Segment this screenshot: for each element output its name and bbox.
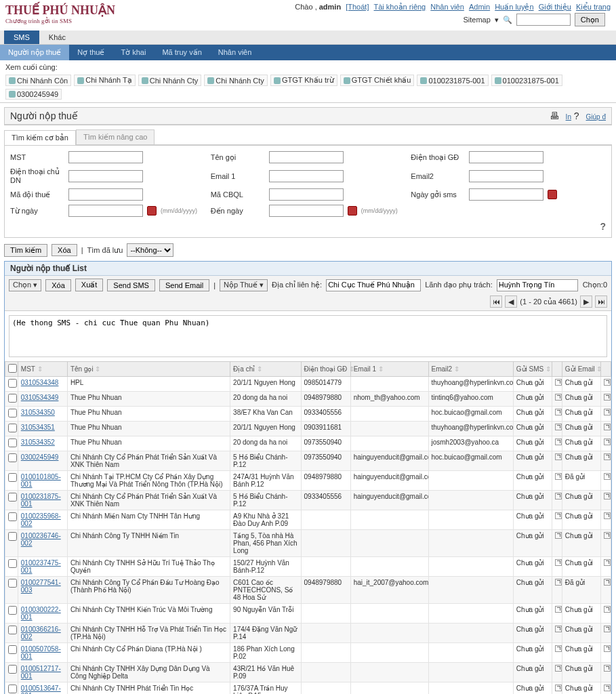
top-link[interactable]: Kiểu trang xyxy=(576,3,611,11)
row-checkbox[interactable] xyxy=(8,579,17,588)
send-email-button[interactable]: Send Email xyxy=(159,279,209,291)
sub-tab-1[interactable]: Nợ thuế xyxy=(69,45,112,60)
recent-item[interactable]: Chi Nhánh Tạ xyxy=(74,75,136,86)
denngay-input[interactable] xyxy=(269,205,344,217)
row-checkbox[interactable] xyxy=(8,438,17,447)
open-icon[interactable] xyxy=(555,665,562,672)
pager-prev[interactable]: ◀ xyxy=(505,295,517,308)
open-icon[interactable] xyxy=(604,559,611,566)
recent-item[interactable]: GTGT Chiết khấu xyxy=(340,75,415,86)
sitemap-label[interactable]: Sitemap xyxy=(463,16,490,24)
open-icon[interactable] xyxy=(555,559,562,566)
top-link[interactable]: Tài khoản riêng xyxy=(374,3,426,11)
delete-button[interactable]: Xóa xyxy=(45,279,71,291)
row-checkbox[interactable] xyxy=(8,665,17,674)
calendar-icon[interactable] xyxy=(147,206,157,216)
row-checkbox[interactable] xyxy=(8,559,17,568)
col-7[interactable]: Gửi Email ⇕ xyxy=(562,362,600,377)
row-checkbox[interactable] xyxy=(8,409,17,417)
mst-link[interactable]: 310534350 xyxy=(21,409,55,416)
open-icon[interactable] xyxy=(604,424,611,430)
top-link[interactable]: Huấn luyện xyxy=(495,3,533,11)
open-icon[interactable] xyxy=(604,493,611,499)
row-checkbox[interactable] xyxy=(8,493,17,502)
mst-link[interactable]: 0100507058-001 xyxy=(21,645,61,660)
dtcdn-input[interactable] xyxy=(68,170,143,182)
open-icon[interactable] xyxy=(555,424,562,430)
row-checkbox[interactable] xyxy=(8,379,17,388)
sub-tab-0[interactable]: Người nộp thuế xyxy=(0,45,69,60)
ngaygoi-input[interactable] xyxy=(469,188,543,201)
open-icon[interactable] xyxy=(555,379,562,386)
global-search-input[interactable] xyxy=(516,14,571,26)
main-tab-1[interactable]: Khác xyxy=(39,30,75,44)
open-icon[interactable] xyxy=(604,685,611,691)
row-checkbox[interactable] xyxy=(8,532,17,541)
open-icon[interactable] xyxy=(555,473,562,480)
open-icon[interactable] xyxy=(604,394,611,401)
clear-button[interactable]: Xóa xyxy=(52,244,77,256)
mst-link[interactable]: 0100237475-001 xyxy=(21,559,61,574)
mst-link[interactable]: 0100366216-002 xyxy=(21,626,61,640)
open-icon[interactable] xyxy=(604,532,611,539)
tab-search-basic[interactable]: Tìm kiếm cơ bản xyxy=(4,130,76,145)
pager-last[interactable]: ⏭ xyxy=(595,295,607,308)
mst-input[interactable] xyxy=(68,151,143,163)
leader-input[interactable] xyxy=(497,279,578,291)
row-checkbox[interactable] xyxy=(8,645,17,654)
row-checkbox[interactable] xyxy=(8,685,17,693)
open-icon[interactable] xyxy=(555,453,562,460)
calendar-icon[interactable] xyxy=(548,190,557,199)
sms-message-input[interactable]: (He thong SMS - chi cuc Thue quan Phu Nh… xyxy=(12,319,604,352)
sub-tab-4[interactable]: Nhân viên xyxy=(210,45,260,60)
col-1[interactable]: Tên gọi ⇕ xyxy=(67,362,230,377)
open-icon[interactable] xyxy=(555,394,562,401)
select-all-checkbox[interactable] xyxy=(8,364,17,373)
row-checkbox[interactable] xyxy=(8,453,17,462)
mst-link[interactable]: 0100512717-001 xyxy=(21,665,61,680)
tungay-input[interactable] xyxy=(68,205,143,217)
open-icon[interactable] xyxy=(604,473,611,480)
col-5[interactable]: Email2 ⇕ xyxy=(428,362,513,377)
open-icon[interactable] xyxy=(555,626,562,632)
recent-item[interactable]: 0300245949 xyxy=(5,89,62,100)
open-icon[interactable] xyxy=(604,665,611,672)
open-icon[interactable] xyxy=(555,512,562,519)
dtgd-input[interactable] xyxy=(469,151,543,163)
open-icon[interactable] xyxy=(555,493,562,499)
mst-link[interactable]: 310534352 xyxy=(21,438,55,446)
open-icon[interactable] xyxy=(555,606,562,613)
row-checkbox[interactable] xyxy=(8,512,17,521)
col-4[interactable]: Email 1 ⇕ xyxy=(350,362,428,377)
open-icon[interactable] xyxy=(555,685,562,691)
print-icon[interactable]: 🖶 xyxy=(550,110,559,121)
global-search-button[interactable]: Chọn xyxy=(575,13,605,26)
recent-item[interactable]: GTGT Khấu trừ xyxy=(270,75,337,86)
col-6[interactable]: Gửi SMS ⇕ xyxy=(513,362,552,377)
top-link[interactable]: Giới thiệu xyxy=(539,3,571,11)
open-icon[interactable] xyxy=(604,626,611,632)
recent-item[interactable]: Chi Nhánh Cty xyxy=(204,75,268,86)
open-icon[interactable] xyxy=(604,453,611,460)
open-icon[interactable] xyxy=(604,606,611,613)
recent-item[interactable]: 0100231875-001 xyxy=(491,75,562,86)
open-icon[interactable] xyxy=(555,645,562,652)
open-icon[interactable] xyxy=(555,438,562,445)
mst-link[interactable]: 0100231875-001 xyxy=(21,493,61,508)
mst-link[interactable]: 0100300222-001 xyxy=(21,606,61,621)
select-menu[interactable]: Chọn ▾ xyxy=(9,279,41,291)
mst-link[interactable]: 310534351 xyxy=(21,424,55,431)
pager-next[interactable]: ▶ xyxy=(580,295,592,308)
row-checkbox[interactable] xyxy=(8,424,17,432)
tab-search-advanced[interactable]: Tìm kiếm nâng cao xyxy=(76,129,155,144)
macbql-input[interactable] xyxy=(269,188,344,201)
top-link[interactable]: Nhân viên xyxy=(430,3,464,11)
col-3[interactable]: Điện thoại GĐ ⇕ xyxy=(301,362,350,377)
print-link[interactable]: In xyxy=(566,113,571,121)
open-icon[interactable] xyxy=(555,579,562,586)
send-sms-button[interactable]: Send SMS xyxy=(107,279,155,291)
email2-input[interactable] xyxy=(469,170,543,182)
col-2[interactable]: Địa chỉ ⇕ xyxy=(230,362,301,377)
tengoi-input[interactable] xyxy=(269,151,344,163)
email1-input[interactable] xyxy=(269,170,344,182)
